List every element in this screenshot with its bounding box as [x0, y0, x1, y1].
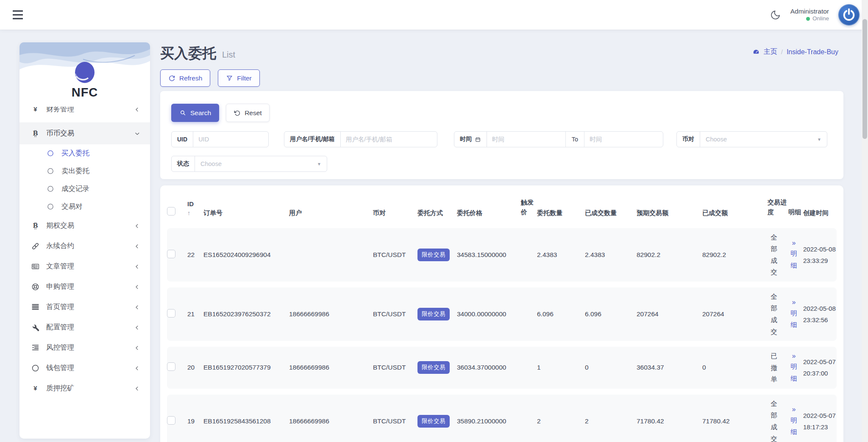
double-arrow-icon: »	[788, 238, 799, 248]
sidebar-subitem-交易对[interactable]: 交易对	[19, 198, 150, 215]
cell-expected: 36034.37	[637, 364, 702, 371]
sidebar-logo-header: NFC	[19, 42, 150, 107]
cell-dealt: 0	[702, 364, 768, 371]
sidebar-item-icon	[31, 303, 40, 312]
chevron-icon	[134, 130, 141, 137]
table-row: 22 ES1652024009296904 BTC/USDT 限价交易 3458…	[167, 228, 837, 282]
scrollbar-thumb[interactable]	[862, 19, 867, 139]
sidebar-item-label: 风控管理	[46, 343, 127, 352]
header-price: 委托价格	[457, 209, 521, 217]
sidebar-item-配置管理[interactable]: 配置管理	[19, 317, 150, 337]
header-amount: 委托数量	[537, 209, 585, 217]
page-header: 买入委托 List	[160, 44, 235, 63]
time-to-input[interactable]	[584, 132, 663, 147]
chevron-icon	[134, 263, 141, 270]
brand-logo	[73, 61, 97, 85]
detail-link[interactable]: » 明细	[788, 298, 799, 331]
sidebar-subitem-买入委托[interactable]: 买入委托	[19, 144, 150, 162]
sidebar-item-风控管理[interactable]: 风控管理	[19, 337, 150, 358]
top-navbar: Administrator Online	[0, 0, 868, 30]
sidebar-item-icon	[31, 262, 40, 271]
sidebar-item-申购管理[interactable]: 申购管理	[19, 276, 150, 297]
sidebar-subitem-卖出委托[interactable]: 卖出委托	[19, 162, 150, 180]
chevron-icon	[134, 283, 141, 290]
chevron-icon	[134, 385, 141, 392]
sidebar-item-label: 永续合约	[46, 241, 127, 251]
time-from-input[interactable]	[487, 132, 565, 147]
brand-name: NFC	[19, 86, 150, 99]
header-id[interactable]: ID ↑	[187, 200, 203, 217]
toolbar: Refresh Filter	[160, 69, 260, 87]
sidebar-item-文章管理[interactable]: 文章管理	[19, 256, 150, 276]
status-select[interactable]: Choose	[195, 160, 317, 167]
header-type: 委托方式	[417, 209, 457, 217]
table-row: 21 EB1652023976250372 18666669986 BTC/US…	[167, 287, 837, 341]
power-logo-icon	[842, 8, 856, 22]
sidebar-subitem-成交记录[interactable]: 成交记录	[19, 180, 150, 198]
username-label: 用户名/手机/邮箱	[284, 132, 341, 147]
refresh-button[interactable]: Refresh	[160, 69, 210, 87]
select-all-checkbox[interactable]	[167, 207, 175, 215]
cell-id: 22	[187, 251, 203, 259]
sidebar-item-永续合约[interactable]: 永续合约	[19, 236, 150, 256]
status-label: 状态	[172, 156, 195, 171]
cell-progress: 全部成交	[768, 232, 780, 278]
pair-label: 币对	[677, 132, 700, 147]
table-row: 20 EB1651927020577379 18666669986 BTC/US…	[167, 347, 837, 389]
header-user: 用户	[289, 209, 373, 217]
header-progress: 交易进度	[768, 199, 787, 215]
sort-asc-icon: ↑	[187, 209, 190, 217]
hamburger-menu-icon[interactable]	[13, 10, 23, 19]
time-label-text: 时间	[460, 135, 472, 143]
uid-input[interactable]	[193, 132, 268, 147]
user-name: Administrator	[790, 7, 829, 15]
breadcrumb-current: Inside-Trade-Buy	[787, 48, 838, 56]
row-checkbox[interactable]	[167, 362, 175, 371]
status-text: 全部成交	[770, 291, 778, 337]
cell-created: 2022-05-07 18:17:23	[803, 410, 837, 433]
header-trigger: 触发价	[521, 199, 534, 215]
dark-mode-moon-icon[interactable]	[770, 9, 781, 20]
cell-user: 18666669986	[289, 417, 373, 425]
detail-link[interactable]: » 明细	[788, 351, 799, 384]
row-checkbox[interactable]	[167, 416, 175, 425]
user-info[interactable]: Administrator Online	[790, 7, 829, 22]
detail-link-label: 明细	[790, 307, 798, 331]
reset-label: Reset	[245, 109, 262, 117]
caret-down-icon: ▼	[817, 137, 821, 142]
breadcrumb-home[interactable]: 主页	[764, 47, 777, 56]
cell-amount: 2.4383	[537, 251, 585, 259]
reset-button[interactable]: Reset	[226, 104, 270, 122]
radio-circle-icon	[47, 167, 54, 175]
order-type-badge: 限价交易	[417, 308, 450, 320]
cell-dealt: 207264	[702, 310, 768, 318]
cell-filled: 0	[585, 364, 637, 371]
sidebar-subitem-label: 买入委托	[61, 149, 89, 158]
username-input[interactable]	[341, 132, 437, 147]
row-checkbox[interactable]	[167, 309, 175, 318]
search-button[interactable]: Search	[171, 104, 219, 122]
pair-select[interactable]: Choose	[700, 136, 817, 143]
chevron-icon	[134, 324, 141, 331]
chevron-icon	[134, 222, 141, 229]
cell-id: 20	[187, 364, 203, 371]
cell-amount: 6.096	[537, 310, 585, 318]
filter-button[interactable]: Filter	[218, 69, 259, 87]
sidebar-item-期权交易[interactable]: 期权交易	[19, 215, 150, 236]
funnel-icon	[226, 75, 233, 82]
sidebar-subitem-label: 交易对	[61, 202, 83, 211]
avatar[interactable]	[838, 4, 860, 25]
row-checkbox[interactable]	[167, 250, 175, 258]
sidebar-item-icon	[31, 129, 40, 138]
sidebar-item-首页管理[interactable]: 首页管理	[19, 297, 150, 317]
table-body: 22 ES1652024009296904 BTC/USDT 限价交易 3458…	[167, 228, 837, 442]
sidebar-item-钱包管理[interactable]: 钱包管理	[19, 358, 150, 378]
cell-order-no: EB1652023976250372	[203, 310, 289, 318]
detail-link[interactable]: » 明细	[788, 238, 799, 271]
sidebar-item-币币交易[interactable]: 币币交易	[19, 122, 150, 144]
time-range-group: 时间 To	[454, 131, 663, 147]
sidebar-item-label: 配置管理	[46, 323, 127, 332]
detail-link[interactable]: » 明细	[788, 405, 799, 438]
cell-price: 34000.00000000	[457, 310, 521, 318]
sidebar-item-质押挖矿[interactable]: 质押挖矿	[19, 378, 150, 398]
